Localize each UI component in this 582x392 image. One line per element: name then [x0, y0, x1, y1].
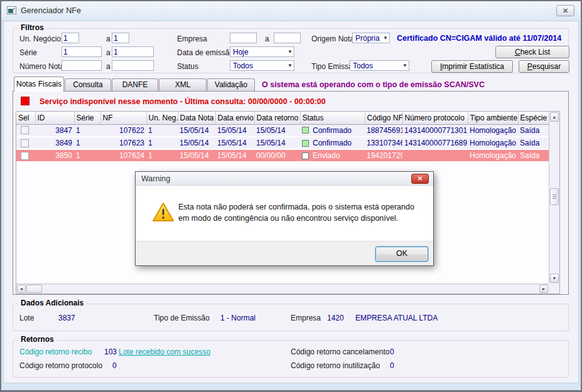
empresa-code: 1420 — [327, 314, 344, 322]
tipo-emissao-select[interactable]: Todos ▼ — [350, 60, 409, 71]
col-data-nota[interactable]: Data Nota — [178, 112, 215, 124]
row-checkbox[interactable] — [21, 152, 29, 160]
check-list-button[interactable]: Check List — [495, 46, 569, 58]
imprimir-estatistica-button[interactable]: Imprimir Estatística — [431, 60, 513, 73]
row-checkbox[interactable] — [21, 139, 29, 147]
codigo-retorno-inutilizacao-label: Código retorno inutilização — [291, 361, 380, 370]
tipo-de-emissao-label: Tipo de Emissão — [154, 314, 210, 322]
window-close-button[interactable]: ✕ — [556, 5, 574, 16]
warning-dialog-footer: OK — [136, 241, 433, 265]
empresa-from-input[interactable] — [230, 33, 257, 43]
title-bar[interactable]: Gerenciador NFe ✕ — [1, 1, 581, 21]
un-negocio-to-input[interactable] — [112, 33, 129, 43]
col-un-neg[interactable]: Un. Neg. — [146, 112, 178, 124]
status-label: Status — [177, 62, 198, 71]
status-text: Enviado — [313, 151, 340, 160]
table-row[interactable]: 3849 1 107623 1 15/05/14 15/05/14 15/05/… — [16, 137, 549, 149]
invoice-table: Sel ID Série NF Un. Neg. Data Nota Data … — [16, 112, 549, 162]
col-numero-protocolo[interactable]: Número protocolo — [402, 112, 468, 124]
tipo-emissao-value: Todos — [353, 61, 373, 70]
lote-value: 3837 — [58, 314, 75, 322]
chevron-down-icon: ▼ — [383, 35, 388, 41]
warning-message: Esta nota não poderá ser confirmada, poi… — [178, 201, 422, 224]
col-serie[interactable]: Série — [74, 112, 100, 124]
tab-consulta-nfe[interactable]: Consulta NFe — [65, 78, 111, 91]
service-unavailable-notice: Serviço indisponível nesse momento - Últ… — [40, 97, 326, 106]
range-separator: a — [106, 62, 110, 71]
empresa-label: Empresa — [177, 34, 207, 43]
table-row[interactable]: 3847 1 107622 1 15/05/14 15/05/14 15/05/… — [16, 124, 549, 137]
warning-dialog: Warning ✕ Esta nota não poderá ser confi… — [135, 171, 434, 266]
certificate-status: Certificado CN=CIGAM válido até 11/07/20… — [397, 34, 561, 43]
row-checkbox[interactable] — [21, 126, 29, 134]
col-id[interactable]: ID — [35, 112, 74, 124]
codigo-retorno-inutilizacao-value: 0 — [390, 361, 394, 370]
col-data-retorno[interactable]: Data retorno — [254, 112, 300, 124]
scroll-down-icon[interactable]: ▼ — [550, 273, 559, 283]
tab-xml[interactable]: XML — [159, 78, 207, 91]
status-text: Confirmado — [313, 126, 352, 135]
close-icon: ✕ — [563, 7, 568, 14]
serie-to-input[interactable] — [112, 46, 154, 57]
status-confirmed-icon — [302, 127, 309, 134]
retornos-label: Retornos — [18, 335, 57, 344]
chevron-down-icon: ▼ — [402, 63, 407, 68]
status-sent-icon — [302, 152, 309, 159]
horizontal-scrollbar[interactable]: ◄ ► — [16, 283, 549, 294]
ok-button[interactable]: OK — [375, 246, 428, 262]
filters-group: Filtros Un. Negócio a Série a Número Not… — [13, 28, 569, 73]
serie-from-input[interactable] — [62, 46, 102, 57]
emission-mode-notice: O sistema está operando com o tipo de em… — [262, 80, 485, 89]
window-title: Gerenciador NFe — [21, 6, 81, 15]
scroll-left-icon[interactable]: ◄ — [17, 285, 26, 293]
range-separator: a — [106, 34, 110, 43]
horizontal-scroll-thumb[interactable] — [26, 285, 42, 293]
warning-dialog-titlebar[interactable]: Warning ✕ — [136, 172, 433, 186]
col-codigo-nfe[interactable]: Código NFe — [365, 112, 402, 124]
vertical-scroll-thumb[interactable] — [550, 188, 559, 205]
warning-icon — [152, 202, 175, 223]
vertical-scrollbar[interactable]: ▲ ▼ — [549, 112, 559, 283]
numero-nota-from-input[interactable] — [62, 60, 102, 71]
scroll-up-icon[interactable]: ▲ — [550, 112, 559, 122]
col-nf[interactable]: NF — [100, 112, 146, 124]
warning-dialog-body: Esta nota não poderá ser confirmada, poi… — [136, 186, 433, 242]
dados-adicionais-label: Dados Adicionais — [18, 299, 86, 307]
col-sel[interactable]: Sel — [16, 112, 35, 124]
app-window: Gerenciador NFe ✕ Filtros Un. Negócio a … — [0, 0, 582, 392]
origem-nota-select[interactable]: Própria ▼ — [352, 33, 390, 43]
numero-nota-to-input[interactable] — [112, 60, 154, 71]
data-emissao-select[interactable]: Hoje ▼ — [230, 46, 294, 57]
col-status[interactable]: Status — [300, 112, 365, 124]
status-value: Todos — [233, 61, 253, 70]
col-tipo-ambiente[interactable]: Tipo ambiente — [468, 112, 518, 124]
warning-dialog-close-button[interactable]: ✕ — [411, 174, 429, 184]
app-icon — [7, 6, 16, 14]
pesquisar-button[interactable]: Pesquisar — [519, 60, 569, 73]
codigo-retorno-cancelamento-label: Código retorno cancelamento — [291, 347, 389, 356]
scroll-right-icon[interactable]: ► — [539, 285, 548, 293]
range-separator: a — [265, 34, 269, 43]
retornos-group: Retornos Código retorno recibo 103 Lote … — [13, 340, 569, 378]
table-row-selected[interactable]: 3850 1 107624 1 15/05/14 15/05/14 00/00/… — [16, 149, 549, 162]
tab-danfe[interactable]: DANFE — [112, 78, 158, 91]
range-separator: a — [106, 48, 110, 57]
scrollbar-corner — [549, 283, 559, 294]
lote-label: Lote — [19, 314, 34, 322]
codigo-retorno-recibo-label: Código retorno recibo — [19, 347, 92, 356]
tab-notas-fiscais[interactable]: Notas Fiscais — [14, 77, 64, 92]
status-select[interactable]: Todos ▼ — [230, 60, 294, 71]
numero-nota-label: Número Nota — [19, 62, 64, 71]
empresa-to-input[interactable] — [274, 33, 301, 43]
empresa-name: EMPRESA ATUAL LTDA — [355, 314, 438, 322]
col-especie[interactable]: Espécie — [518, 112, 549, 124]
un-negocio-from-input[interactable] — [62, 33, 79, 43]
table-header-row: Sel ID Série NF Un. Neg. Data Nota Data … — [16, 112, 549, 124]
tab-validacao-xml[interactable]: Validação XML — [207, 78, 255, 91]
empresa-info-label: Empresa — [291, 314, 321, 322]
codigo-retorno-recibo-value: 103 — [104, 347, 117, 356]
close-icon: ✕ — [418, 175, 423, 182]
lote-recebido-link[interactable]: Lote recebido com sucesso — [119, 347, 210, 356]
codigo-retorno-cancelamento-value: 0 — [390, 347, 394, 356]
col-data-envio[interactable]: Data envio — [215, 112, 254, 124]
